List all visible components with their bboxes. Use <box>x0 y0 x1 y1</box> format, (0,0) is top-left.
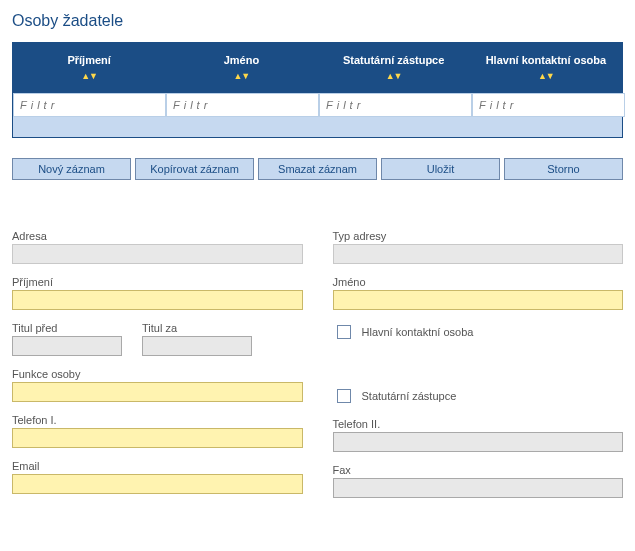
form-right-column: Typ adresy Jméno Hlavní kontaktní osoba … <box>333 230 624 510</box>
sort-icons[interactable]: ▲▼ <box>324 71 464 83</box>
input-adresa <box>12 244 303 264</box>
input-funkce-osoby[interactable] <box>12 382 303 402</box>
grid-header-row: Příjmení ▲▼ Jméno ▲▼ Statutární zástupce… <box>13 43 622 93</box>
input-telefon2[interactable] <box>333 432 624 452</box>
new-record-button[interactable]: Nový záznam <box>12 158 131 180</box>
field-jmeno: Jméno <box>333 276 624 310</box>
data-grid: Příjmení ▲▼ Jméno ▲▼ Statutární zástupce… <box>12 42 623 138</box>
checkbox-hlavni-kontakt[interactable] <box>337 325 351 339</box>
filter-input-kontakt[interactable] <box>472 93 625 117</box>
column-label: Statutární zástupce <box>343 54 444 66</box>
input-prijmeni[interactable] <box>12 290 303 310</box>
field-titul-pred: Titul před <box>12 322 122 356</box>
label-telefon1: Telefon I. <box>12 414 303 426</box>
field-prijmeni: Příjmení <box>12 276 303 310</box>
cancel-button[interactable]: Storno <box>504 158 623 180</box>
label-adresa: Adresa <box>12 230 303 242</box>
label-funkce-osoby: Funkce osoby <box>12 368 303 380</box>
field-telefon1: Telefon I. <box>12 414 303 448</box>
label-fax: Fax <box>333 464 624 476</box>
delete-record-button[interactable]: Smazat záznam <box>258 158 377 180</box>
input-fax[interactable] <box>333 478 624 498</box>
titul-group: Titul před Titul za <box>12 322 303 368</box>
checkbox-statutarni-zastupce[interactable] <box>337 389 351 403</box>
field-titul-za: Titul za <box>142 322 252 356</box>
input-typ-adresy <box>333 244 624 264</box>
input-email[interactable] <box>12 474 303 494</box>
filter-input-statutarni[interactable] <box>319 93 472 117</box>
sort-icons[interactable]: ▲▼ <box>476 71 616 83</box>
column-label: Příjmení <box>67 54 110 66</box>
filter-input-jmeno[interactable] <box>166 93 319 117</box>
form-left-column: Adresa Příjmení Titul před Titul za Funk… <box>12 230 303 510</box>
sort-icons[interactable]: ▲▼ <box>171 71 311 83</box>
label-titul-za: Titul za <box>142 322 252 334</box>
field-typ-adresy: Typ adresy <box>333 230 624 264</box>
sort-icons[interactable]: ▲▼ <box>19 71 159 83</box>
label-statutarni-zastupce: Statutární zástupce <box>362 390 457 402</box>
field-funkce-osoby: Funkce osoby <box>12 368 303 402</box>
column-header-prijmeni[interactable]: Příjmení ▲▼ <box>13 43 165 93</box>
label-telefon2: Telefon II. <box>333 418 624 430</box>
copy-record-button[interactable]: Kopírovat záznam <box>135 158 254 180</box>
page-title: Osoby žadatele <box>12 12 623 30</box>
grid-empty-row <box>13 117 622 137</box>
field-email: Email <box>12 460 303 494</box>
column-header-statutarni[interactable]: Statutární zástupce ▲▼ <box>318 43 470 93</box>
column-label: Jméno <box>224 54 259 66</box>
field-hlavni-kontakt: Hlavní kontaktní osoba <box>333 322 624 342</box>
field-adresa: Adresa <box>12 230 303 264</box>
input-titul-pred[interactable] <box>12 336 122 356</box>
label-typ-adresy: Typ adresy <box>333 230 624 242</box>
column-header-kontakt[interactable]: Hlavní kontaktní osoba ▲▼ <box>470 43 622 93</box>
label-titul-pred: Titul před <box>12 322 122 334</box>
column-label: Hlavní kontaktní osoba <box>486 54 606 66</box>
input-titul-za[interactable] <box>142 336 252 356</box>
input-telefon1[interactable] <box>12 428 303 448</box>
save-button[interactable]: Uložit <box>381 158 500 180</box>
field-fax: Fax <box>333 464 624 498</box>
label-email: Email <box>12 460 303 472</box>
toolbar: Nový záznam Kopírovat záznam Smazat zázn… <box>12 158 623 180</box>
label-prijmeni: Příjmení <box>12 276 303 288</box>
field-statutarni-zastupce: Statutární zástupce <box>333 386 624 406</box>
filter-input-prijmeni[interactable] <box>13 93 166 117</box>
column-header-jmeno[interactable]: Jméno ▲▼ <box>165 43 317 93</box>
input-jmeno[interactable] <box>333 290 624 310</box>
spacer <box>333 354 624 380</box>
form: Adresa Příjmení Titul před Titul za Funk… <box>12 230 623 510</box>
label-jmeno: Jméno <box>333 276 624 288</box>
field-telefon2: Telefon II. <box>333 418 624 452</box>
grid-filter-row <box>13 93 622 117</box>
label-hlavni-kontakt: Hlavní kontaktní osoba <box>362 326 474 338</box>
